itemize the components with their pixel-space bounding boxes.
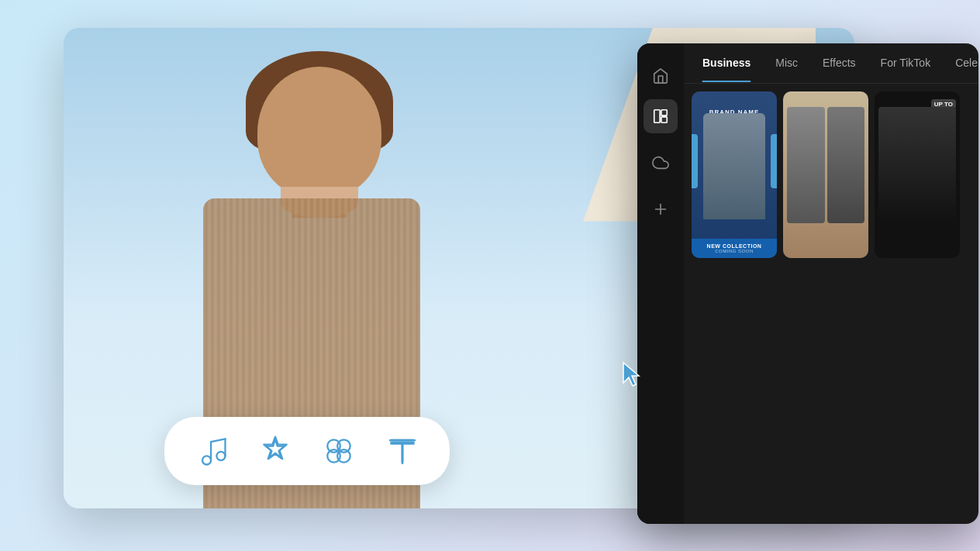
home-sidebar-button[interactable]: [644, 59, 678, 93]
blue-stripe-right: [771, 134, 777, 188]
text-icon[interactable]: [382, 431, 423, 471]
main-container: Business Misc Effects For TikTok Celebra…: [64, 28, 916, 524]
templates-panel: Business Misc Effects For TikTok Celebra…: [637, 43, 978, 524]
new-collection-bar: NEW COLLECTION COMING SOON: [692, 239, 777, 258]
cursor-pointer: [622, 361, 645, 384]
tab-for-tiktok[interactable]: For TikTok: [870, 50, 942, 75]
template-person-figure: [703, 113, 765, 219]
cloud-sidebar-button[interactable]: [644, 146, 678, 180]
tab-business[interactable]: Business: [692, 50, 761, 75]
template-group-figures: [787, 107, 864, 223]
template-dark-figure: [878, 107, 956, 223]
tab-celebrate[interactable]: Celebrate: [944, 50, 978, 75]
tab-effects[interactable]: Effects: [812, 50, 867, 75]
category-tabs: Business Misc Effects For TikTok Celebra…: [684, 43, 978, 84]
template-brand-name[interactable]: BRAND NAME NEW COLLECTION COMING SOON: [692, 91, 777, 258]
music-note-icon[interactable]: [192, 431, 232, 471]
svg-point-0: [202, 456, 211, 464]
template-person-2: [827, 107, 865, 223]
svg-rect-14: [654, 109, 660, 122]
star-icon[interactable]: [255, 431, 295, 471]
coming-soon-text: COMING SOON: [695, 249, 774, 253]
template-up-to[interactable]: UP TO: [875, 91, 960, 258]
add-sidebar-button[interactable]: [644, 192, 678, 226]
tab-misc[interactable]: Misc: [764, 50, 809, 75]
svg-rect-15: [661, 109, 667, 115]
editing-toolbar: [164, 417, 450, 485]
svg-rect-16: [661, 116, 667, 122]
blue-stripe-left: [692, 134, 698, 188]
panel-sidebar: [637, 43, 684, 524]
aperture-icon[interactable]: [319, 431, 359, 471]
templates-grid: BRAND NAME NEW COLLECTION COMING SOON: [684, 84, 978, 524]
svg-point-1: [216, 451, 225, 460]
template-person-1: [787, 107, 825, 223]
svg-point-8: [337, 449, 350, 463]
template-group-shot[interactable]: [783, 91, 868, 258]
templates-sidebar-button[interactable]: [644, 99, 678, 133]
svg-line-4: [211, 439, 225, 442]
panel-main-content: Business Misc Effects For TikTok Celebra…: [684, 43, 978, 524]
new-collection-text: NEW COLLECTION: [695, 243, 774, 249]
